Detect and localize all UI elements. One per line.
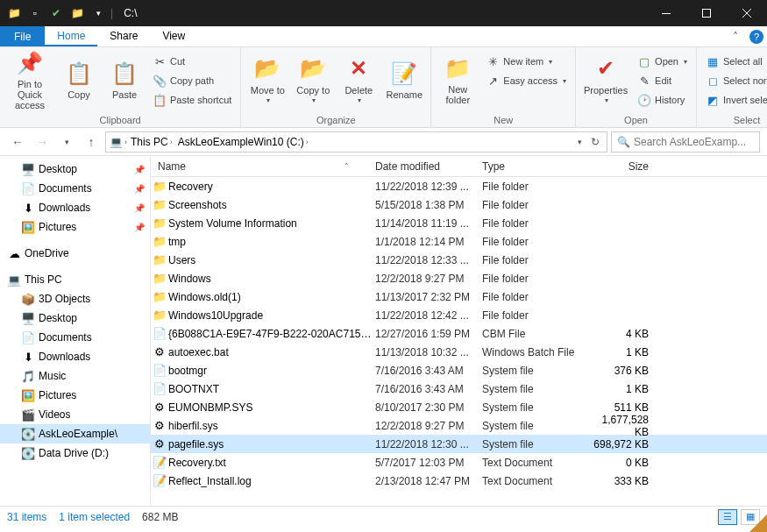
paste-shortcut-button[interactable]: 📋Paste shortcut xyxy=(149,91,235,109)
newfolder-qat-icon[interactable]: 📁 xyxy=(68,4,86,22)
file-row[interactable]: 📁Windows.old(1)11/13/2017 2:32 PMFile fo… xyxy=(151,287,767,306)
file-type: File folder xyxy=(482,273,587,285)
column-name[interactable]: Name˄ xyxy=(151,160,375,173)
easy-access-button[interactable]: ↗Easy access xyxy=(482,72,570,89)
tree-item[interactable]: ⬇Downloads📌 xyxy=(0,198,150,217)
new-folder-button[interactable]: 📁New folder xyxy=(437,49,479,110)
tree-item[interactable]: 🖼️Pictures📌 xyxy=(0,217,150,237)
new-item-button[interactable]: ✳New item xyxy=(482,53,570,70)
tree-item[interactable]: 💽Data Drive (D:) xyxy=(0,443,150,463)
file-row[interactable]: ⚙autoexec.bat11/13/2018 10:32 ...Windows… xyxy=(151,343,767,361)
file-date: 5/7/2017 12:03 PM xyxy=(375,457,482,469)
recent-dropdown[interactable]: ▾ xyxy=(56,131,77,153)
tree-item[interactable]: 🎵Music xyxy=(0,366,150,386)
column-date[interactable]: Date modified xyxy=(375,160,482,173)
tree-item[interactable]: 💽AskLeoExample\ xyxy=(0,424,150,443)
open-group: ✔Properties ▢Open ✎Edit 🕑History Open xyxy=(576,47,697,127)
tree-item[interactable]: 🖥️Desktop📌 xyxy=(0,160,150,179)
file-row[interactable]: 📁System Volume Information11/14/2018 11:… xyxy=(151,214,767,232)
paste-button[interactable]: 📋Paste xyxy=(103,49,146,110)
tree-item[interactable]: 🎬Videos xyxy=(0,405,150,424)
checkmark-qat-icon[interactable]: ✔ xyxy=(47,4,65,22)
maximize-button[interactable] xyxy=(686,0,727,26)
properties-button[interactable]: ✔Properties xyxy=(581,49,630,110)
pin-quick-access-button[interactable]: 📌Pin to Quick access xyxy=(5,49,54,110)
file-row[interactable]: 📄bootmgr7/16/2016 3:43 AMSystem file376 … xyxy=(151,361,767,379)
tree-item[interactable]: 📦3D Objects xyxy=(0,289,150,309)
close-button[interactable] xyxy=(727,0,767,26)
copy-button[interactable]: 📋Copy xyxy=(58,49,100,110)
home-tab[interactable]: Home xyxy=(45,26,97,46)
copy-path-button[interactable]: 📎Copy path xyxy=(149,72,235,89)
breadcrumb[interactable]: AskLeoExampleWin10 (C:) › xyxy=(176,136,310,148)
file-date: 12/2/2018 9:27 PM xyxy=(375,420,482,432)
file-row[interactable]: 📄{6B088C1A-E9E7-47F9-B222-020AC7154B...1… xyxy=(151,324,767,343)
tree-item[interactable]: 📄Documents xyxy=(0,328,150,347)
address-bar[interactable]: 💻 › This PC › AskLeoExampleWin10 (C:) › … xyxy=(105,131,607,153)
search-input[interactable]: 🔍 Search AskLeoExamp... xyxy=(611,131,760,153)
cut-button[interactable]: ✂Cut xyxy=(149,53,235,70)
file-date: 1/1/2018 12:14 PM xyxy=(375,236,482,248)
file-type: File folder xyxy=(482,236,587,248)
file-row[interactable]: 📁Users11/22/2018 12:33 ...File folder xyxy=(151,251,767,269)
file-row[interactable]: 📝Reflect_Install.log2/13/2018 12:47 PMTe… xyxy=(151,472,767,490)
help-button[interactable]: ? xyxy=(746,26,767,46)
share-tab[interactable]: Share xyxy=(97,26,150,46)
edit-button[interactable]: ✎Edit xyxy=(634,72,691,89)
file-icon: ⚙ xyxy=(151,437,168,450)
collapse-ribbon-icon[interactable]: ˄ xyxy=(725,26,746,46)
select-none-button[interactable]: ◻Select none xyxy=(702,72,767,89)
file-row[interactable]: ⚙hiberfil.sys12/2/2018 9:27 PMSystem fil… xyxy=(151,416,767,435)
chevron-right-icon[interactable]: › xyxy=(124,138,127,146)
tree-item[interactable]: 🖼️Pictures xyxy=(0,386,150,405)
forward-button[interactable]: → xyxy=(32,131,53,153)
tree-item[interactable]: ⬇Downloads xyxy=(0,347,150,366)
address-dropdown-icon[interactable]: ▾ xyxy=(574,138,586,146)
file-row[interactable]: 📁Screenshots5/15/2018 1:38 PMFile folder xyxy=(151,195,767,214)
qat-dropdown-icon[interactable]: ▾ xyxy=(89,4,107,22)
file-row[interactable]: 📁Windows12/2/2018 9:27 PMFile folder xyxy=(151,269,767,287)
properties-qat-icon[interactable]: ▫ xyxy=(26,4,44,22)
copy-to-button[interactable]: 📂Copy to xyxy=(292,49,334,110)
file-row[interactable]: ⚙pagefile.sys11/22/2018 12:30 ...System … xyxy=(151,435,767,453)
file-row[interactable]: 📁tmp1/1/2018 12:14 PMFile folder xyxy=(151,232,767,251)
minimize-button[interactable] xyxy=(646,0,686,26)
history-button[interactable]: 🕑History xyxy=(634,91,691,109)
back-button[interactable]: ← xyxy=(7,131,28,153)
file-row[interactable]: 📝Recovery.txt5/7/2017 12:03 PMText Docum… xyxy=(151,453,767,472)
file-row[interactable]: ⚙EUMONBMP.SYS8/10/2017 2:30 PMSystem fil… xyxy=(151,398,767,416)
file-type: CBM File xyxy=(482,328,587,340)
refresh-button[interactable]: ↻ xyxy=(587,136,603,148)
up-button[interactable]: ↑ xyxy=(81,131,102,153)
tree-item-label: Pictures xyxy=(39,221,76,233)
open-button[interactable]: ▢Open xyxy=(634,53,691,70)
file-row[interactable]: 📁Windows10Upgrade11/22/2018 12:42 ...Fil… xyxy=(151,306,767,324)
rename-icon: 📝 xyxy=(391,60,417,88)
breadcrumb[interactable]: This PC › xyxy=(129,136,174,148)
details-view-button[interactable]: ☰ xyxy=(718,509,737,525)
file-size: 1,677,528 KB xyxy=(587,414,657,438)
navigation-tree[interactable]: 🖥️Desktop📌📄Documents📌⬇Downloads📌🖼️Pictur… xyxy=(0,156,151,506)
column-size[interactable]: Size xyxy=(587,160,657,173)
delete-button[interactable]: ✕Delete xyxy=(337,49,380,110)
file-name: EUMONBMP.SYS xyxy=(168,401,375,414)
file-row[interactable]: 📁Recovery11/22/2018 12:39 ...File folder xyxy=(151,177,767,195)
select-all-button[interactable]: ▦Select all xyxy=(702,53,767,70)
file-tab[interactable]: File xyxy=(0,26,45,46)
tree-item[interactable]: 💻This PC xyxy=(0,270,150,289)
invert-selection-button[interactable]: ◩Invert selection xyxy=(702,91,767,109)
move-to-button[interactable]: 📂Move to xyxy=(246,49,288,110)
file-row[interactable]: 📄BOOTNXT7/16/2016 3:43 AMSystem file1 KB xyxy=(151,379,767,398)
rename-button[interactable]: 📝Rename xyxy=(383,49,425,110)
select-group-label: Select xyxy=(702,113,767,127)
tree-item[interactable]: ☁OneDrive xyxy=(0,244,150,263)
view-tab[interactable]: View xyxy=(150,26,197,46)
resize-corner[interactable] xyxy=(749,514,767,532)
tree-item[interactable]: 📄Documents📌 xyxy=(0,179,150,198)
file-date: 12/2/2018 9:27 PM xyxy=(375,273,482,285)
clipboard-group-label: Clipboard xyxy=(5,113,235,127)
tree-item[interactable]: 🖥️Desktop xyxy=(0,309,150,328)
column-type[interactable]: Type xyxy=(482,160,587,173)
tree-item-icon: 🎬 xyxy=(21,408,35,422)
tree-item-label: Documents xyxy=(39,182,92,195)
